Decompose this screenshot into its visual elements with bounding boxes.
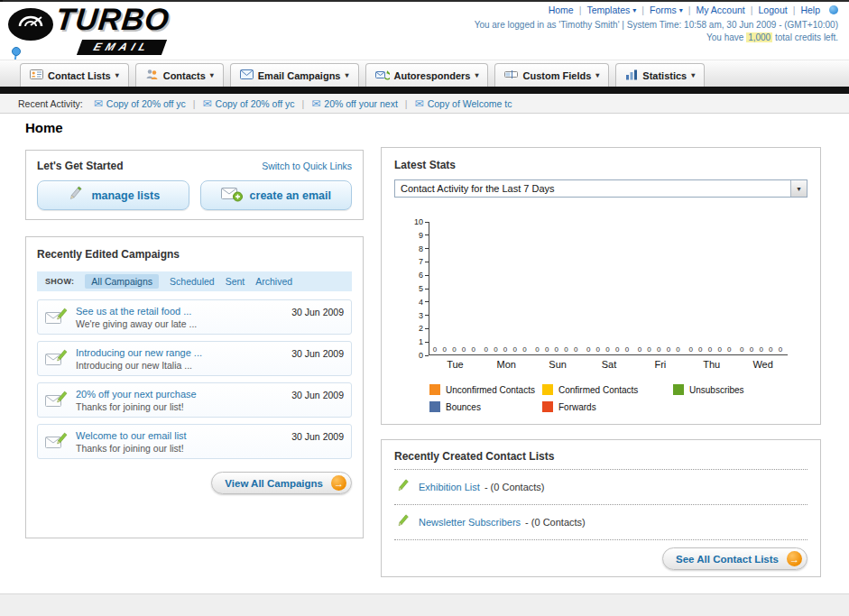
envelope-pencil-icon (45, 348, 69, 370)
y-tick: 5 (419, 284, 429, 293)
main-navigation: Contact Lists ▾ Contacts ▾ Email Campaig… (0, 60, 849, 87)
nav-tab-custom-fields[interactable]: Custom Fields ▾ (494, 63, 609, 87)
see-all-contact-lists-button[interactable]: See All Contact Lists → (662, 547, 807, 570)
y-tick: 1 (419, 337, 429, 346)
legend-swatch (429, 384, 440, 395)
link-separator: | (641, 5, 644, 15)
view-all-campaigns-button[interactable]: View All Campaigns → (211, 472, 352, 494)
recent-activity-item[interactable]: ✉Copy of 20% off yc (203, 98, 295, 109)
campaign-title-link[interactable]: See us at the retail food ... (76, 306, 284, 317)
campaign-row: Introducing our new range ... Introducin… (37, 341, 352, 376)
filter-scheduled[interactable]: Scheduled (170, 276, 215, 287)
logo-title: TURBO (54, 2, 171, 37)
campaign-row: 20% off your next purchase Thanks for jo… (37, 382, 352, 418)
filter-sent[interactable]: Sent (226, 276, 245, 287)
caret-down-icon: ▾ (595, 71, 599, 79)
caret-down-icon: ▾ (210, 71, 214, 79)
switch-to-quick-links[interactable]: Switch to Quick Links (262, 161, 352, 171)
envelope-icon: ✉ (94, 98, 103, 109)
stats-period-select[interactable]: Contact Activity for the Last 7 Days ▼ (394, 179, 807, 198)
autoresponders-icon (375, 69, 390, 82)
contacts-icon (145, 69, 159, 82)
arrow-circle-icon: → (331, 475, 346, 491)
campaign-title-link[interactable]: Introducing our new range ... (76, 347, 284, 358)
nav-tabs: Contact Lists ▾ Contacts ▾ Email Campaig… (20, 63, 705, 87)
link-separator: | (579, 5, 582, 15)
y-tick: 2 (419, 324, 429, 333)
contact-list-item: Exhibition List - (0 Contacts) (394, 476, 807, 498)
statistics-icon (625, 69, 638, 82)
header: TURBO EMAIL Home | Templates▾ | Forms▾ |… (0, 2, 849, 60)
top-link-help[interactable]: Help (800, 5, 820, 15)
nav-tab-contact-lists[interactable]: Contact Lists ▾ (20, 63, 129, 87)
pencil-icon (66, 186, 84, 205)
contact-list-name-link[interactable]: Newsletter Subscribers (419, 517, 521, 528)
create-email-button[interactable]: create an email (200, 180, 353, 210)
x-axis-label: Sun (532, 355, 584, 370)
manage-lists-button[interactable]: manage lists (37, 180, 189, 210)
chart-bar-group: 0 0 0 0 0 (634, 222, 686, 354)
y-tick: 7 (419, 257, 429, 266)
bar-value-labels: 0 0 0 0 0 (740, 345, 784, 354)
nav-tab-statistics[interactable]: Statistics ▾ (615, 63, 705, 87)
latest-stats-panel: Latest Stats Contact Activity for the La… (381, 147, 821, 425)
link-separator: | (751, 5, 753, 15)
filter-all-campaigns[interactable]: All Campaigns (85, 274, 159, 289)
bar-value-labels: 0 0 0 0 0 (433, 345, 477, 354)
legend-item: Unconfirmed Contacts (429, 384, 542, 395)
bar-value-labels: 0 0 0 0 0 (484, 345, 529, 354)
logo-subtitle: EMAIL (77, 40, 168, 55)
top-link-my-account[interactable]: My Account (697, 5, 745, 15)
campaign-title-link[interactable]: 20% off your next purchase (76, 389, 284, 400)
arrow-circle-icon: → (787, 551, 802, 566)
top-link-forms[interactable]: Forms▾ (650, 5, 683, 15)
recent-activity-item[interactable]: ✉20% off your next (311, 98, 398, 109)
campaign-subtitle: Thanks for joining our list! (76, 401, 284, 412)
contact-list-name-link[interactable]: Exhibition List (419, 482, 480, 492)
campaign-title-link[interactable]: Welcome to our email list (76, 430, 284, 441)
chart-bar-group: 0 0 0 0 0 (686, 222, 737, 354)
chart-legend: Unconfirmed ContactsConfirmed ContactsUn… (429, 384, 781, 412)
campaign-subtitle: Thanks for joining our list! (76, 443, 284, 454)
nav-tab-autoresponders[interactable]: Autoresponders ▾ (365, 63, 489, 87)
top-link-logout[interactable]: Logout (759, 5, 788, 15)
chart-bar-group: 0 0 0 0 0 (531, 222, 583, 354)
y-tick: 8 (419, 244, 429, 253)
recent-activity-label: Recent Activity: (18, 98, 83, 109)
bar-value-labels: 0 0 0 0 0 (638, 345, 682, 354)
link-separator: | (793, 5, 796, 15)
legend-item: Unsubscribes (673, 384, 781, 395)
legend-item: Confirmed Contacts (542, 384, 673, 395)
nav-tab-email-campaigns[interactable]: Email Campaigns ▾ (230, 63, 359, 87)
campaign-row: Welcome to our email list Thanks for joi… (37, 424, 352, 459)
recent-activity-item[interactable]: ✉Copy of Welcome tc (415, 98, 512, 109)
item-separator: | (405, 98, 408, 109)
chevron-down-icon: ▼ (790, 180, 807, 197)
legend-swatch (429, 401, 440, 412)
custom-fields-icon (504, 69, 518, 81)
page-footer-strip (0, 593, 849, 616)
contact-lists-title: Recently Created Contact Lists (394, 450, 807, 463)
envelope-icon: ✉ (311, 98, 320, 109)
contact-list-item: Newsletter Subscribers - (0 Contacts) (394, 511, 807, 533)
link-separator: | (688, 5, 691, 15)
caret-down-icon: ▾ (632, 6, 636, 14)
caret-down-icon: ▾ (679, 6, 683, 14)
nav-tab-contacts[interactable]: Contacts ▾ (135, 63, 224, 87)
envelope-pencil-icon (45, 431, 69, 453)
envelope-plus-icon (221, 186, 243, 205)
top-link-templates[interactable]: Templates▾ (586, 5, 636, 15)
bar-value-labels: 0 0 0 0 0 (535, 345, 579, 354)
top-link-home[interactable]: Home (549, 5, 574, 15)
y-tick: 0 (419, 351, 429, 360)
campaigns-panel-title: Recently Edited Campaigns (37, 248, 352, 261)
recent-activity-item[interactable]: ✉Copy of 20% off yc (94, 98, 186, 109)
envelope-pencil-icon (45, 307, 69, 328)
x-axis-label: Fri (634, 355, 686, 370)
contact-list-detail: - (0 Contacts) (525, 517, 586, 528)
x-axis-label: Mon (481, 355, 532, 370)
header-right: Home | Templates▾ | Forms▾ | My Account … (475, 5, 838, 42)
app-logo[interactable]: TURBO EMAIL (7, 4, 237, 60)
get-started-panel: Let's Get Started Switch to Quick Links … (25, 150, 364, 220)
filter-archived[interactable]: Archived (255, 276, 292, 287)
